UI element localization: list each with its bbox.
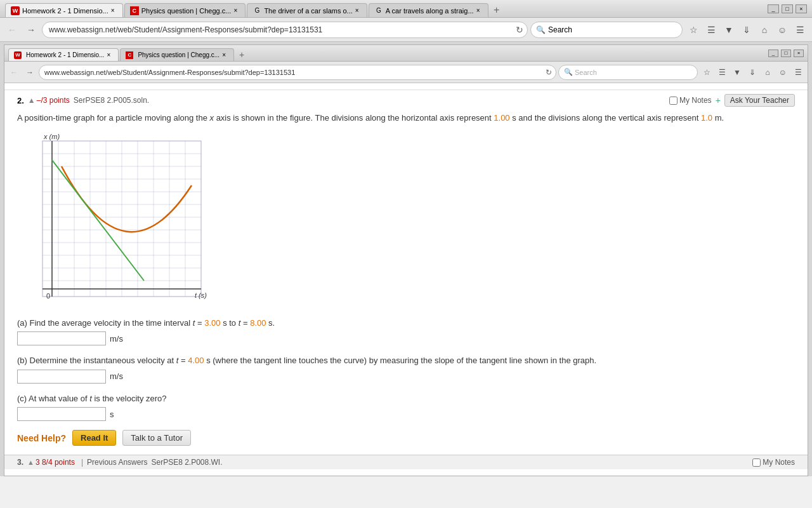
my-notes-checkbox[interactable] [669,97,678,105]
tab4-close[interactable]: × [474,6,483,15]
talk-to-tutor-button[interactable]: Talk to a Tutor [122,430,191,446]
inner-menu[interactable]: ☰ [791,65,805,79]
inner-pocket[interactable]: ▼ [730,65,744,79]
desc-part4: m. [712,113,724,123]
outer-tab-4[interactable]: G A car travels along a straig... × [369,3,488,17]
problem-section: 2. ▲ –/3 points SerPSE8 2.P005.soln. My … [4,90,808,452]
tab3-favicon: G [252,6,261,15]
inner-window-controls: _ □ × [768,50,804,57]
outer-toolbar: ☆ ☰ ▼ ⇓ ⌂ ☺ ☰ [685,22,808,38]
inner-reader[interactable]: ☰ [715,65,729,79]
outer-tab-2[interactable]: C Physics question | Chegg.c... × [124,3,246,17]
part-c-unit: s [110,410,114,419]
bottom-my-notes-text: My Notes [763,458,795,467]
desc-part2: axis is shown in the figure. The divisio… [214,113,494,123]
tab3-close[interactable]: × [353,6,362,15]
tab3-label: The driver of a car slams o... [264,7,352,15]
part-c-input[interactable] [17,407,106,421]
inner-forward-button[interactable]: → [23,65,37,79]
inner-restore[interactable]: □ [781,50,791,57]
search-placeholder: Search [548,25,572,34]
inner-tab1-close[interactable]: × [104,51,113,60]
outer-new-tab[interactable]: + [490,3,504,17]
inner-toolbar: ☆ ☰ ▼ ⇓ ⌂ ☺ ☰ [700,65,805,79]
inner-address-text: www.webassign.net/web/Student/Assignment… [44,69,551,76]
inner-profile[interactable]: ☺ [776,65,790,79]
part-c-suffix: is the velocity zero? [92,394,167,403]
my-notes-checkbox-label[interactable]: My Notes [669,96,712,105]
inner-title-bar: W Homework 2 - 1 Dimensio... × C Physics… [4,45,808,62]
close-button[interactable]: × [796,4,807,13]
bottom-problem-id: SerPSE8 2.P008.WI. [151,458,222,467]
reload-button[interactable]: ↻ [516,25,523,35]
part-c-input-row: s [17,407,795,421]
pocket-button[interactable]: ▼ [721,22,737,38]
home-button[interactable]: ⌂ [756,22,773,38]
tab2-label: Physics question | Chegg.c... [141,7,232,15]
my-notes-label: My Notes [679,96,712,105]
inner-download[interactable]: ⇓ [745,65,759,79]
reader-button[interactable]: ☰ [703,22,719,38]
part-a-prefix: (a) Find the average velocity in the tim… [17,318,193,328]
inner-search-icon: 🔍 [564,68,573,76]
header-actions: My Notes + Ask Your Teacher [669,94,795,107]
inner-reload[interactable]: ↻ [546,68,552,77]
part-a-input[interactable] [17,331,106,345]
bottom-problem-number: 3. [17,458,23,467]
part-b-input[interactable] [17,370,106,384]
outer-tab-1[interactable]: W Homework 2 - 1 Dimensio... × [5,3,123,17]
bottom-my-notes-checkbox[interactable] [752,458,761,467]
back-button[interactable]: ← [4,22,20,38]
inner-tab1-favicon: W [14,51,22,59]
download-button[interactable]: ⇓ [738,22,755,38]
restore-button[interactable]: □ [782,4,793,13]
part-b-unit: m/s [110,371,123,381]
bookmark-star-button[interactable]: ☆ [685,22,702,38]
inner-tab-1[interactable]: W Homework 2 - 1 Dimensio... × [8,48,119,61]
inner-bookmark-star[interactable]: ☆ [700,65,714,79]
outer-search-bar[interactable]: 🔍 Search [530,22,683,38]
tab1-favicon: W [11,6,20,15]
bottom-points: 3 8/4 points [36,458,75,467]
part-b-eq: = [178,356,188,365]
tab1-close[interactable]: × [108,6,117,15]
inner-tab-2[interactable]: C Physics question | Chegg.c... × [120,48,234,61]
inner-close[interactable]: × [794,50,804,57]
inner-minimize[interactable]: _ [768,50,778,57]
part-b-suffix: s (where the tangent line touches the cu… [204,356,597,365]
problem-info: 2. ▲ –/3 points SerPSE8 2.P005.soln. [17,96,149,105]
problem-number: 2. [17,96,24,105]
part-a-mid: s to [221,318,239,328]
bottom-points-icon: ▲ [27,458,34,466]
desc-part3: s and the divisions along the vertical a… [510,113,701,123]
tab4-label: A car travels along a straig... [386,7,474,15]
bottom-separator: | [81,458,83,467]
inner-home[interactable]: ⌂ [761,65,775,79]
outer-address-bar[interactable]: www.webassign.net/web/Student/Assignment… [42,22,528,38]
question-part-c: (c) At what value of t is the velocity z… [17,392,795,422]
inner-tab2-close[interactable]: × [219,51,228,60]
forward-button[interactable]: → [23,22,39,38]
plus-icon: + [716,95,721,105]
ask-teacher-button[interactable]: Ask Your Teacher [724,94,795,107]
bottom-my-notes-label[interactable]: My Notes [752,458,795,467]
tab4-favicon: G [374,6,383,15]
minimize-button[interactable]: _ [768,4,779,13]
bottom-problem-bar: 3. ▲ 3 8/4 points | Previous Answers Ser… [4,455,808,469]
part-a-suffix: s. [266,318,275,328]
part-a-eq2: = [240,318,250,328]
read-it-button[interactable]: Read It [72,430,116,446]
inner-new-tab[interactable]: + [235,48,248,61]
graph-container: x (m) t (s) 0 [17,131,795,308]
outer-tab-3[interactable]: G The driver of a car slams o... × [247,3,367,17]
tab2-close[interactable]: × [231,6,240,15]
question-part-a: (a) Find the average velocity in the tim… [17,317,795,346]
part-a-unit: m/s [110,334,123,344]
part-a-input-row: m/s [17,331,795,345]
inner-back-button[interactable]: ← [7,65,21,79]
problem-header: 2. ▲ –/3 points SerPSE8 2.P005.soln. My … [17,94,795,107]
inner-search-bar[interactable]: 🔍 Search [558,65,698,80]
inner-address-bar[interactable]: www.webassign.net/web/Student/Assignment… [39,65,556,80]
profile-button[interactable]: ☺ [774,22,790,38]
menu-button[interactable]: ☰ [792,22,808,38]
